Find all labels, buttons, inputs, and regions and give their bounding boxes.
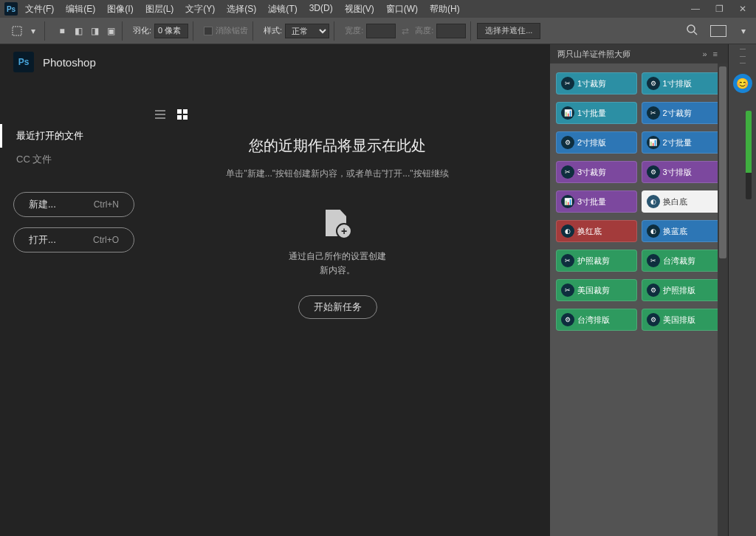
open-button-label: 打开...	[29, 233, 56, 247]
nav-cc-files[interactable]: CC 文件	[0, 148, 148, 171]
selection-subtract-icon[interactable]: ◨	[88, 24, 101, 38]
svg-rect-8	[177, 115, 182, 120]
plugin-button[interactable]: ⚙1寸排版	[642, 72, 723, 95]
style-select[interactable]: 正常	[285, 24, 329, 38]
plugin-button[interactable]: ✂3寸裁剪	[556, 161, 637, 183]
plugin-button[interactable]: ⚙3寸排版	[642, 161, 723, 183]
assistant-icon[interactable]: 😊	[733, 74, 752, 93]
list-view-icon[interactable]	[155, 109, 167, 121]
menu-item[interactable]: 帮助(H)	[424, 1, 466, 18]
menu-item[interactable]: 文件(F)	[19, 1, 60, 18]
plugin-button[interactable]: ✂台湾裁剪	[642, 250, 723, 272]
width-input[interactable]	[366, 24, 396, 38]
plugin-button-label: 2寸裁剪	[663, 108, 692, 119]
plugin-button[interactable]: ✂1寸裁剪	[556, 72, 637, 95]
plugin-button[interactable]: ✂护照裁剪	[556, 250, 637, 272]
plugin-tab[interactable]: 两只山羊证件照大师 » ≡	[550, 44, 728, 63]
open-button[interactable]: 打开... Ctrl+O	[13, 227, 134, 252]
minimize-icon[interactable]: —	[687, 4, 704, 14]
selection-intersect-icon[interactable]: ▣	[104, 24, 117, 38]
plugin-button[interactable]: ◐换红底	[556, 220, 637, 242]
new-button-label: 新建...	[29, 198, 56, 211]
plugin-button-label: 2寸批量	[663, 137, 692, 148]
menu-item[interactable]: 选择(S)	[221, 1, 262, 18]
antialias-checkbox[interactable]	[204, 27, 213, 35]
plugin-button-label: 换红底	[577, 226, 602, 237]
new-button[interactable]: 新建... Ctrl+N	[13, 192, 134, 217]
nav-recent[interactable]: 最近打开的文件	[0, 124, 148, 148]
plugin-scrollbar[interactable]	[718, 63, 728, 536]
plugin-button[interactable]: ✂2寸裁剪	[642, 102, 723, 124]
plugin-button-label: 台湾裁剪	[663, 255, 695, 267]
plugin-button[interactable]: ✂美国裁剪	[556, 279, 637, 301]
feather-input[interactable]	[154, 24, 188, 38]
plugin-button-icon: ◐	[647, 195, 660, 208]
plugin-button-icon: ✂	[561, 77, 574, 90]
close-icon[interactable]: ✕	[734, 4, 752, 14]
swap-icon[interactable]: ⇄	[399, 24, 412, 38]
start-task-button[interactable]: 开始新任务	[298, 295, 377, 319]
plugin-button-icon: ⚙	[647, 313, 660, 326]
plugin-button-icon: 📊	[561, 106, 574, 120]
dropdown-icon[interactable]: ▾	[27, 24, 40, 38]
menu-item[interactable]: 窗口(W)	[380, 1, 424, 18]
plugin-button[interactable]: ⚙台湾排版	[556, 309, 637, 331]
selection-add-icon[interactable]: ◧	[72, 24, 85, 38]
screen-dropdown-icon[interactable]: ▾	[737, 24, 750, 38]
plugin-button[interactable]: ◐换白底	[642, 190, 723, 213]
menu-item[interactable]: 文字(Y)	[179, 1, 221, 18]
options-bar: ▾ ■ ◧ ◨ ▣ 羽化: 消除锯齿 样式: 正常 宽度: ⇄ 高度: 选择并遮…	[0, 18, 756, 44]
scrollbar-thumb[interactable]	[719, 66, 726, 258]
plugin-button-label: 美国排版	[663, 315, 695, 326]
menu-item[interactable]: 3D(D)	[303, 1, 339, 18]
plugin-button-icon: ⚙	[647, 77, 660, 90]
plugin-button-label: 1寸排版	[663, 78, 692, 89]
plugin-button[interactable]: 📊1寸批量	[556, 102, 637, 124]
new-document-icon	[323, 210, 352, 239]
window-controls: — ❐ ✕	[687, 4, 752, 14]
plugin-button-label: 3寸批量	[577, 196, 606, 207]
plugin-button-icon: ◐	[561, 224, 574, 238]
menu-item[interactable]: 图层(L)	[140, 1, 180, 18]
menubar: Ps 文件(F)编辑(E)图像(I)图层(L)文字(Y)选择(S)滤镜(T)3D…	[0, 0, 756, 18]
panel-collapse-icon[interactable]: »	[699, 49, 709, 58]
plugin-button[interactable]: 📊3寸批量	[556, 190, 637, 213]
plugin-button[interactable]: ⚙美国排版	[642, 309, 723, 331]
plugin-button[interactable]: ◐换蓝底	[642, 220, 723, 242]
plugin-button-label: 换白底	[663, 196, 687, 207]
antialias-label: 消除锯齿	[216, 25, 248, 36]
height-input[interactable]	[436, 24, 466, 38]
selection-new-icon[interactable]: ■	[55, 24, 69, 38]
plugin-button-icon: 📊	[561, 195, 574, 208]
plugin-button-label: 1寸批量	[577, 108, 606, 119]
plugin-button-icon: ✂	[647, 254, 660, 267]
plugin-title: 两只山羊证件照大师	[557, 49, 630, 60]
app-name: Photoshop	[43, 56, 96, 69]
plugin-button-label: 换蓝底	[663, 226, 687, 237]
maximize-icon[interactable]: ❐	[710, 4, 728, 14]
plugin-button[interactable]: ⚙护照排版	[642, 279, 723, 301]
plugin-button[interactable]: ⚙2寸排版	[556, 131, 637, 154]
svg-rect-7	[183, 109, 188, 114]
search-icon[interactable]	[687, 24, 700, 38]
home-screen: Ps Photoshop 最近打开的文件 CC 文件 新建... Ctrl+N …	[0, 44, 549, 536]
level-meter	[746, 111, 752, 199]
menu-item[interactable]: 编辑(E)	[60, 1, 101, 18]
panel-menu-icon[interactable]: ≡	[710, 49, 721, 58]
grid-view-icon[interactable]	[177, 109, 189, 121]
menu-item[interactable]: 图像(I)	[101, 1, 139, 18]
screen-mode-icon[interactable]	[710, 25, 726, 37]
plugin-button-icon: ◐	[647, 224, 660, 238]
plugin-button-icon: ⚙	[561, 136, 574, 149]
menu-item[interactable]: 滤镜(T)	[262, 1, 303, 18]
open-shortcut: Ctrl+O	[93, 235, 119, 245]
new-shortcut: Ctrl+N	[94, 199, 119, 210]
right-dock-strip: 😊	[728, 44, 756, 536]
plugin-button[interactable]: 📊2寸批量	[642, 131, 723, 154]
marquee-tool-icon[interactable]	[10, 24, 24, 38]
doc-text: 通过自己所作的设置创建新内容。	[155, 250, 520, 278]
style-label: 样式:	[264, 25, 282, 36]
menu-item[interactable]: 视图(V)	[339, 1, 380, 18]
select-and-mask-button[interactable]: 选择并遮住...	[477, 23, 540, 39]
plugin-button-icon: ⚙	[647, 284, 660, 297]
